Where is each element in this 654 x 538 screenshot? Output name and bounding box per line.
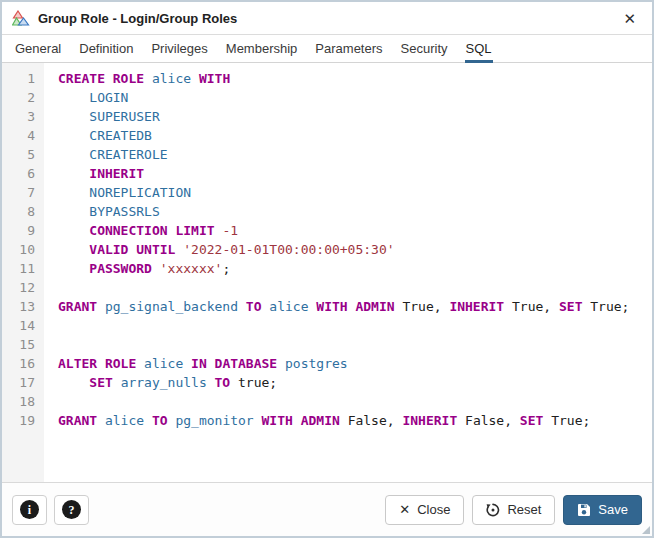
line-number: 4 (2, 126, 35, 145)
sql-token: CREATEDB (89, 128, 152, 143)
reset-button-label: Reset (507, 502, 541, 517)
sql-token: GRANT (58, 413, 97, 428)
sql-code: CREATE ROLE alice WITH LOGIN SUPERUSER C… (44, 63, 652, 482)
code-line: BYPASSRLS (58, 202, 652, 221)
sql-token: WITH (199, 71, 230, 86)
code-line: SET array_nulls TO true; (58, 373, 652, 392)
sql-token: INHERIT (402, 413, 457, 428)
dialog-title: Group Role - Login/Group Roles (38, 11, 619, 26)
sql-token (144, 71, 152, 86)
sql-token: SUPERUSER (89, 109, 159, 124)
line-number: 16 (2, 354, 35, 373)
line-number: 12 (2, 278, 35, 297)
sql-editor[interactable]: 12345678910111213141516171819 CREATE ROL… (2, 63, 652, 482)
dialog-help-button[interactable]: ? (54, 495, 89, 525)
line-number-gutter: 12345678910111213141516171819 (2, 63, 44, 482)
sql-token: '2022-01-01T00:00:00+05:30' (183, 242, 394, 257)
sql-token: alice (152, 71, 191, 86)
sql-token (58, 166, 89, 181)
sql-token: DATABASE (215, 356, 278, 371)
sql-help-button[interactable]: i (12, 495, 47, 525)
sql-token: pg_signal_backend (105, 299, 238, 314)
tab-parameters[interactable]: Parameters (306, 35, 391, 62)
code-line: CREATE ROLE alice WITH (58, 69, 652, 88)
sql-token: TO (152, 413, 168, 428)
sql-token (277, 356, 285, 371)
sql-token: array_nulls (121, 375, 207, 390)
sql-token: True; (543, 413, 590, 428)
sql-token (58, 109, 89, 124)
code-line: ALTER ROLE alice IN DATABASE postgres (58, 354, 652, 373)
save-button[interactable]: Save (563, 495, 642, 525)
sql-token: ROLE (113, 71, 144, 86)
tab-privileges[interactable]: Privileges (142, 35, 216, 62)
reset-icon (486, 503, 500, 517)
sql-token (58, 223, 89, 238)
group-role-icon (12, 10, 30, 26)
sql-token (144, 413, 152, 428)
line-number: 17 (2, 373, 35, 392)
sql-token: -1 (222, 223, 238, 238)
save-button-label: Save (598, 502, 628, 517)
line-number: 8 (2, 202, 35, 221)
code-line: GRANT alice TO pg_monitor WITH ADMIN Fal… (58, 411, 652, 430)
code-line (58, 316, 652, 335)
code-line (58, 278, 652, 297)
sql-token: ALTER (58, 356, 97, 371)
sql-token: ; (222, 261, 230, 276)
line-number: 15 (2, 335, 35, 354)
line-number: 6 (2, 164, 35, 183)
sql-token: SET (89, 375, 112, 390)
group-role-dialog: Group Role - Login/Group Roles ✕ General… (0, 0, 654, 538)
sql-token (97, 413, 105, 428)
code-line: NOREPLICATION (58, 183, 652, 202)
sql-token (191, 71, 199, 86)
resize-grip[interactable] (642, 526, 650, 534)
tab-membership[interactable]: Membership (217, 35, 307, 62)
line-number: 7 (2, 183, 35, 202)
sql-token (183, 356, 191, 371)
sql-token (105, 71, 113, 86)
tab-definition[interactable]: Definition (70, 35, 142, 62)
code-line: INHERIT (58, 164, 652, 183)
code-line: PASSWORD 'xxxxxx'; (58, 259, 652, 278)
code-line: CONNECTION LIMIT -1 (58, 221, 652, 240)
sql-token (293, 413, 301, 428)
sql-token: TO (246, 299, 262, 314)
sql-token: True; (582, 299, 629, 314)
title-bar: Group Role - Login/Group Roles ✕ (2, 2, 652, 35)
close-button[interactable]: ✕ Close (385, 495, 464, 525)
sql-token (58, 204, 89, 219)
sql-token (136, 356, 144, 371)
sql-token (58, 185, 89, 200)
save-icon (577, 503, 591, 517)
sql-token: pg_monitor (175, 413, 253, 428)
sql-token (58, 242, 89, 257)
sql-token: CREATE (58, 71, 105, 86)
footer-bar: i ? ✕ Close Reset (2, 482, 652, 536)
code-line (58, 392, 652, 411)
close-x-icon: ✕ (399, 503, 410, 516)
sql-token: alice (105, 413, 144, 428)
sql-token: LOGIN (89, 90, 128, 105)
line-number: 5 (2, 145, 35, 164)
sql-token: UNTIL (136, 242, 175, 257)
sql-token (58, 90, 89, 105)
sql-token: LIMIT (175, 223, 214, 238)
sql-token (113, 375, 121, 390)
sql-token: ADMIN (355, 299, 394, 314)
sql-token: ADMIN (301, 413, 340, 428)
code-line: CREATEROLE (58, 145, 652, 164)
close-icon[interactable]: ✕ (619, 9, 640, 28)
sql-token: GRANT (58, 299, 97, 314)
line-number: 14 (2, 316, 35, 335)
sql-token: alice (144, 356, 183, 371)
sql-token: False, (457, 413, 520, 428)
tab-sql[interactable]: SQL (457, 35, 501, 62)
sql-token: PASSWORD (89, 261, 152, 276)
tab-security[interactable]: Security (392, 35, 457, 62)
tab-general[interactable]: General (6, 35, 70, 62)
line-number: 9 (2, 221, 35, 240)
reset-button[interactable]: Reset (472, 495, 555, 525)
line-number: 2 (2, 88, 35, 107)
